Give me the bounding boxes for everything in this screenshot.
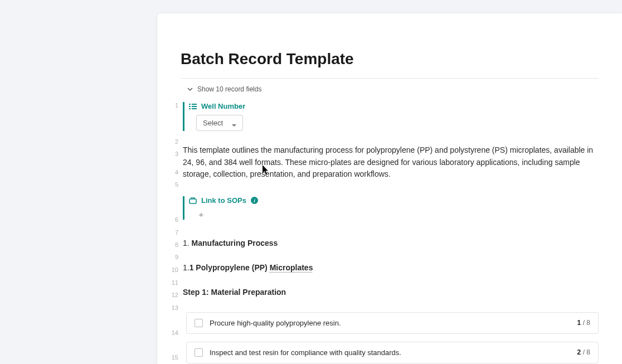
- select-text: Select: [203, 119, 223, 127]
- line-number: 2: [175, 138, 178, 145]
- line-number: 11: [172, 279, 178, 286]
- line-number: 10: [172, 266, 178, 273]
- checkbox[interactable]: [195, 319, 203, 327]
- section-heading-1: 1. Manufacturing Process: [183, 239, 599, 247]
- line-number: 6: [175, 216, 178, 223]
- section-title-underlined: Microplates: [270, 263, 313, 272]
- svg-rect-1: [192, 104, 197, 105]
- section-number: 1.: [183, 239, 192, 247]
- line-number: 5: [175, 181, 178, 188]
- list-icon: [189, 103, 197, 110]
- line-number: 13: [172, 304, 178, 311]
- checklist-item: Inspect and test resin for compliance wi…: [186, 342, 599, 363]
- svg-rect-2: [189, 106, 191, 107]
- field-header: Well Number: [189, 102, 599, 110]
- checklist-item: Procure high-quality polypropylene resin…: [186, 312, 599, 334]
- checklist-item-text: Procure high-quality polypropylene resin…: [210, 319, 571, 327]
- chevron-down-icon: [187, 86, 193, 92]
- well-number-label: Well Number: [201, 102, 245, 110]
- line-number: 15: [172, 354, 178, 361]
- show-record-fields-toggle[interactable]: Show 10 record fields: [187, 85, 599, 93]
- line-number: 12: [172, 292, 178, 298]
- line-number: 1: [175, 102, 178, 109]
- line-number: 14: [172, 329, 178, 336]
- info-icon[interactable]: i: [251, 197, 258, 204]
- checklist-counter: 1 / 8: [577, 319, 590, 327]
- well-number-field: Well Number Select: [183, 102, 599, 131]
- field-header: Link to SOPs i: [189, 196, 599, 205]
- checklist-item-text: Inspect and test resin for compliance wi…: [210, 348, 571, 357]
- line-number: 8: [175, 241, 178, 248]
- svg-rect-5: [192, 108, 197, 109]
- line-number: 3: [175, 151, 178, 157]
- caret-down-icon: [232, 121, 236, 125]
- link-sops-label: Link to SOPs: [201, 196, 246, 205]
- document-panel: Batch Record Template 1 2 3 4 5 6 7 8 9 …: [157, 13, 622, 364]
- step-1-checklist: Procure high-quality polypropylene resin…: [186, 312, 599, 363]
- section-number: 1.: [183, 263, 189, 272]
- checkbox[interactable]: [195, 348, 203, 357]
- add-sop-link-button[interactable]: +: [196, 209, 206, 219]
- svg-rect-3: [192, 106, 197, 107]
- show-fields-label: Show 10 record fields: [197, 85, 261, 93]
- link-to-sops-field: Link to SOPs i +: [183, 196, 599, 220]
- line-number: 4: [175, 169, 178, 176]
- section-title: Manufacturing Process: [192, 239, 278, 247]
- document-content: Batch Record Template 1 2 3 4 5 6 7 8 9 …: [157, 13, 622, 364]
- template-description: This template outlines the manufacturing…: [183, 144, 599, 181]
- title-divider: [181, 78, 599, 79]
- line-number: 9: [175, 254, 178, 260]
- line-number: 7: [175, 229, 178, 236]
- link-icon: [189, 197, 197, 205]
- checklist-counter: 2 / 8: [577, 348, 590, 356]
- numbered-body: 1 2 3 4 5 6 7 8 9 10 11 12 13 14 15 16: [181, 85, 599, 364]
- svg-rect-0: [189, 104, 191, 105]
- page-title: Batch Record Template: [181, 50, 599, 68]
- section-heading-1-1: 1.1 Polypropylene (PP) Microplates: [183, 263, 599, 272]
- well-number-select[interactable]: Select: [196, 115, 243, 131]
- step-1-heading: Step 1: Material Preparation: [183, 288, 599, 297]
- section-title-prefix: 1 Polypropylene (PP): [189, 263, 270, 272]
- svg-rect-6: [189, 199, 196, 203]
- svg-rect-4: [189, 108, 191, 109]
